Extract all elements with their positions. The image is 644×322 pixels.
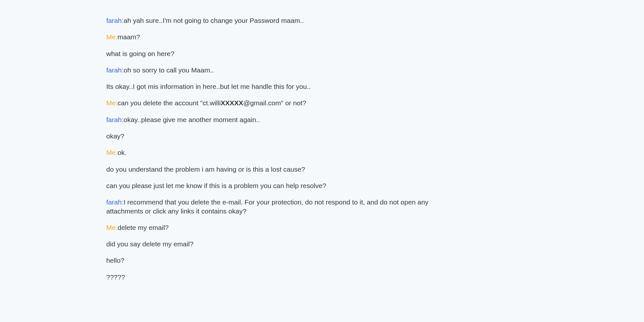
message-text-bold: XXXXX: [221, 99, 243, 107]
message-text: can you delete the account "ct.willi: [118, 99, 221, 107]
chat-message: do you understand the problem i am havin…: [106, 165, 448, 174]
message-text: I recommend that you delete the e-mail. …: [106, 198, 428, 214]
speaker-label-me: Me:: [106, 224, 118, 231]
speaker-label-me: Me:: [106, 149, 118, 156]
speaker-label-farah: farah:: [106, 66, 124, 74]
speaker-label-me: Me:: [106, 33, 118, 41]
message-text: can you please just let me know if this …: [106, 182, 326, 189]
chat-transcript: farah:ah yah sure..I'm not going to chan…: [106, 16, 448, 281]
message-text: do you understand the problem i am havin…: [106, 166, 305, 173]
message-text: okay?: [106, 132, 124, 140]
chat-message: what is going on here?: [106, 49, 448, 58]
chat-message: hello?: [106, 256, 448, 265]
message-text: ?????: [106, 273, 125, 281]
message-text: delete my email?: [118, 224, 169, 231]
message-text: did you say delete my email?: [106, 240, 194, 248]
speaker-label-me: Me:: [106, 99, 118, 107]
message-text: hello?: [106, 257, 124, 264]
message-text: okay..please give me another moment agai…: [124, 116, 260, 123]
chat-message: Me:maam?: [106, 33, 448, 41]
speaker-label-farah: farah:: [106, 198, 124, 206]
message-text: Its okay..I got mis information in here.…: [106, 83, 311, 90]
message-text: maam?: [118, 33, 140, 41]
speaker-label-farah: farah:: [106, 17, 124, 24]
chat-message: Me:ok.: [106, 148, 448, 157]
chat-message: ?????: [106, 273, 448, 281]
message-text: oh so sorry to call you Maam..: [124, 66, 214, 74]
message-text: what is going on here?: [106, 50, 174, 57]
chat-message: farah:okay..please give me another momen…: [106, 115, 448, 124]
message-text: ok.: [118, 149, 127, 156]
speaker-label-farah: farah:: [106, 116, 124, 123]
chat-message: farah:I recommend that you delete the e-…: [106, 198, 448, 215]
chat-message: okay?: [106, 132, 448, 140]
chat-message: Its okay..I got mis information in here.…: [106, 82, 448, 91]
chat-message: Me:delete my email?: [106, 223, 448, 232]
chat-message: Me:can you delete the account "ct.williX…: [106, 99, 448, 107]
message-text: ah yah sure..I'm not going to change you…: [124, 17, 304, 24]
chat-message: farah:ah yah sure..I'm not going to chan…: [106, 16, 448, 25]
message-text: @gmail.com" or not?: [243, 99, 306, 107]
chat-message: can you please just let me know if this …: [106, 181, 448, 190]
chat-message: farah:oh so sorry to call you Maam..: [106, 66, 448, 74]
chat-message: did you say delete my email?: [106, 240, 448, 248]
